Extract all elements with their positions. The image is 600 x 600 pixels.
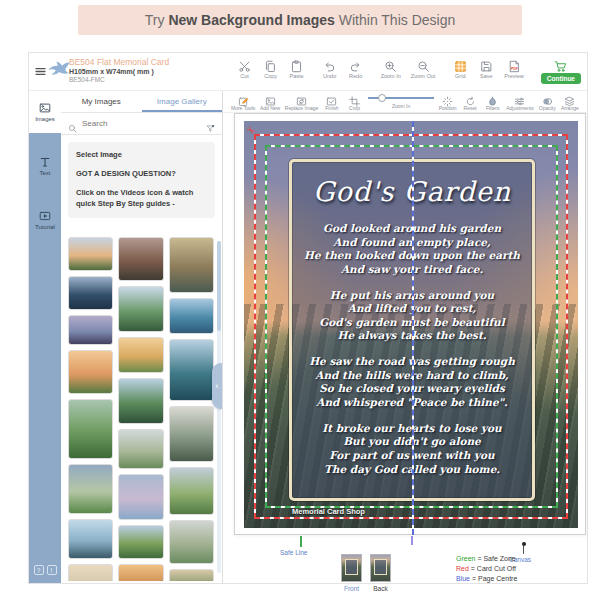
add-new-tool[interactable]: Add New	[260, 93, 280, 111]
panel-collapse-handle[interactable]: ‹	[212, 363, 222, 409]
save-button[interactable]: Save	[478, 59, 494, 79]
gallery-image-thumbnail[interactable]	[118, 564, 163, 581]
gallery-image-thumbnail[interactable]	[68, 399, 113, 459]
sidebar-item-label: Text	[39, 170, 50, 176]
redo-button[interactable]: Redo	[348, 59, 364, 79]
canvas-stage: ✂ God's Garden God looked around his gar…	[223, 113, 587, 583]
images-icon	[39, 102, 51, 114]
legend-term: Green	[456, 555, 475, 562]
zoom-in-button[interactable]: Zoom In	[381, 59, 401, 79]
tab-my-images[interactable]: My Images	[61, 91, 142, 112]
legend-text: = Card Cut Off	[469, 565, 516, 572]
legend-term: Red	[456, 565, 469, 572]
gallery-image-thumbnail[interactable]	[169, 237, 214, 293]
promo-text-highlight: New Background Images	[168, 12, 335, 28]
tab-image-gallery[interactable]: Image Gallery	[142, 91, 223, 112]
preview-button[interactable]: PDFPreview	[504, 59, 524, 79]
arrange-icon	[564, 93, 575, 104]
position-icon	[442, 93, 453, 104]
page-centre-guide	[412, 121, 414, 535]
grid-button[interactable]: Grid	[452, 59, 468, 79]
toolbar-button-label: Save	[480, 73, 493, 79]
arrange-tool[interactable]: Arrange	[561, 93, 579, 111]
toolbar-top: CutCopyPasteUndoRedoZoom InZoom OutGridS…	[237, 59, 581, 84]
gallery-image-thumbnail[interactable]	[169, 406, 214, 462]
gallery-image-thumbnail[interactable]	[169, 339, 214, 401]
adjustments-icon	[514, 93, 525, 104]
front-page-thumbnail[interactable]	[341, 554, 362, 582]
gallery-image-thumbnail[interactable]	[118, 378, 163, 424]
tool-label: Replace Image	[285, 105, 319, 111]
sidebar-item-tutorial[interactable]: Tutorial	[29, 199, 61, 241]
zoom-slider-knob[interactable]	[378, 94, 386, 102]
opacity-tool[interactable]: Opacity	[538, 93, 556, 111]
filter-icon[interactable]	[206, 119, 215, 128]
legend-text: = Safe Zone	[475, 555, 515, 562]
safe-line-label: Safe Line	[280, 549, 307, 556]
gallery-image-thumbnail[interactable]	[68, 564, 113, 581]
gallery-image-thumbnail[interactable]	[68, 464, 113, 514]
gallery-image-thumbnail[interactable]	[169, 467, 214, 515]
back-page-thumbnail[interactable]	[370, 554, 391, 582]
canvas-pointer-stem	[523, 546, 524, 554]
card-background-photo[interactable]: ✂ God's Garden God looked around his gar…	[244, 121, 578, 528]
search-input[interactable]	[82, 119, 201, 128]
replace-image-tool[interactable]: Replace Image	[285, 93, 319, 111]
zoom-out-button[interactable]: Zoom Out	[411, 59, 435, 79]
gallery-image-thumbnail[interactable]	[68, 350, 113, 394]
sidebar-item-text[interactable]: Text	[29, 145, 61, 187]
zoom-slider-label: Zoom In	[392, 103, 410, 109]
copy-button[interactable]: Copy	[263, 59, 279, 79]
finish-tool[interactable]: Finish	[323, 93, 341, 111]
product-dimensions: H105mm x W74mm( mm )	[69, 68, 169, 77]
zoom-slider-track[interactable]	[368, 93, 434, 102]
filters-tool[interactable]: Filters	[484, 93, 502, 111]
toolbar-button-label: Cut	[240, 73, 249, 79]
promo-text-prefix: Try	[145, 12, 169, 28]
continue-button[interactable]: Continue	[541, 59, 581, 84]
product-info: BE504 Flat Memorial Card H105mm x W74mm(…	[69, 57, 169, 85]
position-tool[interactable]: Position	[439, 93, 457, 111]
toolbar-button-label: Zoom Out	[411, 73, 435, 79]
gallery-image-thumbnail[interactable]	[68, 315, 113, 345]
gallery-image-thumbnail[interactable]	[118, 337, 163, 373]
panel-tabs: My ImagesImage Gallery	[61, 91, 222, 113]
continue-button-label[interactable]: Continue	[541, 73, 581, 84]
paste-button[interactable]: Paste	[289, 59, 305, 79]
canvas-area: More ToolsAdd NewReplace ImageFinishCrop…	[223, 91, 587, 583]
legend-row: Green = Safe Zone	[456, 554, 517, 564]
cut-button[interactable]: Cut	[237, 59, 253, 79]
gallery-image-thumbnail[interactable]	[68, 519, 113, 559]
gallery-image-thumbnail[interactable]	[118, 429, 163, 469]
adjustments-tool[interactable]: Adjustments	[506, 93, 534, 111]
zoom-slider[interactable]: Zoom In	[368, 93, 434, 109]
gallery-image-thumbnail[interactable]	[118, 474, 163, 520]
filters-icon	[487, 93, 498, 104]
gallery-image-thumbnail[interactable]	[169, 569, 214, 581]
tool-label: Position	[439, 105, 457, 111]
safe-line-pointer	[300, 536, 302, 547]
save-icon	[480, 59, 493, 72]
more-tools-tool[interactable]: More Tools	[231, 93, 255, 111]
undo-button[interactable]: Undo	[322, 59, 338, 79]
crop-tool[interactable]: Crop	[346, 93, 364, 111]
sidebar-item-images[interactable]: Images	[29, 91, 61, 133]
tutorial-icon	[39, 210, 51, 222]
sidebar-item-label: Images	[35, 116, 55, 122]
gallery-image-thumbnail[interactable]	[118, 237, 163, 281]
gallery-image-thumbnail[interactable]	[68, 276, 113, 310]
tool-label: Crop	[349, 105, 360, 111]
toolbar-group: GridSavePDFPreview	[452, 59, 524, 79]
undo-icon	[323, 59, 336, 72]
crop-icon	[349, 93, 360, 104]
gallery-image-thumbnail[interactable]	[169, 520, 214, 564]
gallery-image-thumbnail[interactable]	[118, 525, 163, 559]
sidebar-item-label: Tutorial	[35, 224, 55, 230]
rail-help-button[interactable]: ?	[34, 565, 44, 575]
reset-tool[interactable]: Reset	[461, 93, 479, 111]
gallery-image-thumbnail[interactable]	[118, 286, 163, 332]
gallery-image-thumbnail[interactable]	[169, 298, 214, 334]
rail-help-button[interactable]: !	[47, 565, 57, 575]
cart-icon	[554, 59, 567, 72]
gallery-image-thumbnail[interactable]	[68, 237, 113, 271]
